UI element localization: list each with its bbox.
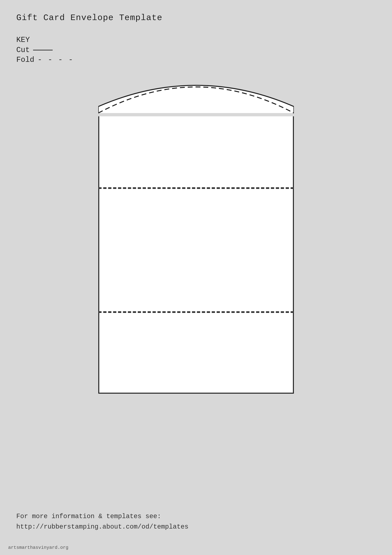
fold-line-bottom-dash [98, 311, 294, 313]
key-section: KEY Cut Fold - - - - [16, 36, 376, 64]
envelope-flap-svg [98, 74, 294, 116]
footer-text: For more information & templates see: ht… [16, 511, 188, 532]
footer-line1: For more information & templates see: [16, 511, 188, 522]
envelope-flap [98, 74, 294, 116]
key-fold-dashes-symbol: - - - - [37, 56, 73, 64]
envelope-diagram [98, 74, 294, 394]
key-heading: KEY [16, 36, 376, 44]
watermark: artsmarthasvinyard.org [8, 545, 68, 550]
fold-line-top-dash [98, 187, 294, 189]
key-cut-label: Cut [16, 46, 30, 54]
key-fold-label: Fold [16, 56, 34, 64]
key-cut-row: Cut [16, 46, 376, 54]
envelope-body [98, 116, 294, 394]
footer-line2: http://rubberstamping.about.com/od/templ… [16, 522, 188, 532]
page: Gift Card Envelope Template KEY Cut Fold… [0, 0, 392, 555]
page-title: Gift Card Envelope Template [16, 13, 376, 23]
key-cut-line-symbol [33, 50, 53, 51]
key-fold-row: Fold - - - - [16, 56, 376, 64]
